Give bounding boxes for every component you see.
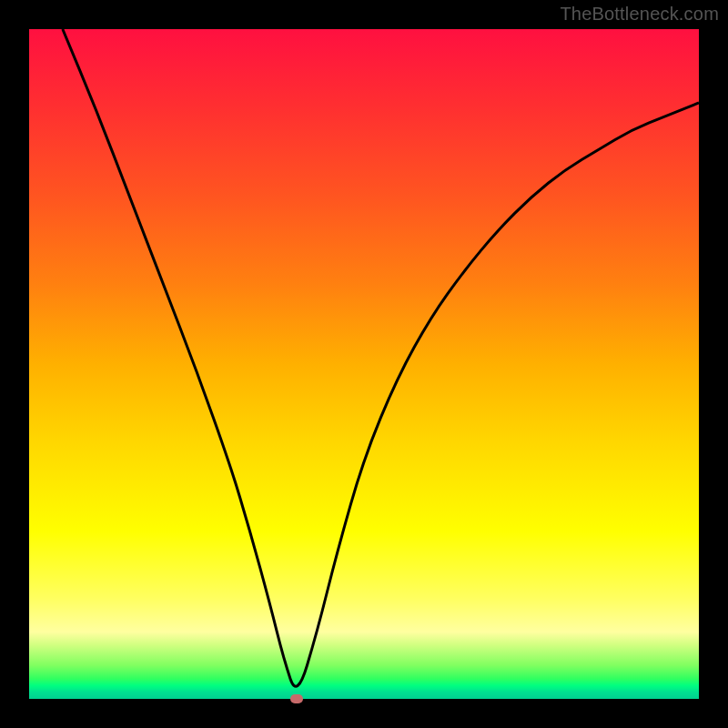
plot-area — [29, 29, 699, 699]
optimum-marker — [290, 694, 303, 703]
watermark-text: TheBottleneck.com — [560, 4, 719, 25]
chart-frame: TheBottleneck.com — [0, 0, 728, 728]
